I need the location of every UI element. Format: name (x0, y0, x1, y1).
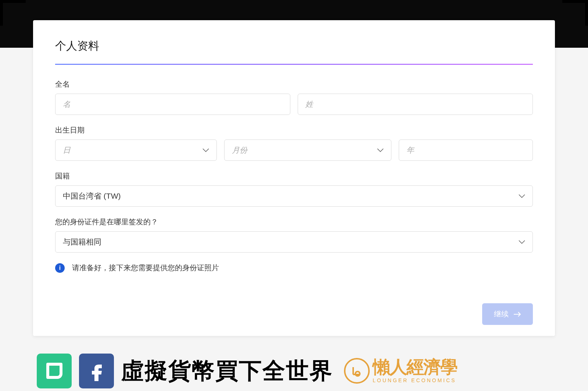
chevron-down-icon (202, 148, 209, 152)
first-name-input[interactable] (55, 94, 290, 115)
dob-label: 出生日期 (55, 125, 533, 135)
page-wrap: 个人资料 全名 出生日期 日 月份 (33, 0, 555, 391)
bottom-banner: 虛擬貨幣買下全世界 懶人經濟學 LOUNGER ECONOMICS (37, 351, 577, 391)
arrow-right-icon (514, 312, 521, 317)
personal-info-card: 个人资料 全名 出生日期 日 月份 (33, 20, 555, 336)
gradient-divider (55, 64, 533, 65)
app-logo-icon (37, 354, 72, 388)
month-select[interactable]: 月份 (224, 140, 391, 161)
id-issue-label: 您的身份证件是在哪里签发的？ (55, 217, 533, 227)
chevron-down-icon (377, 148, 384, 152)
nationality-label: 国籍 (55, 171, 533, 181)
banner-main-text: 虛擬貨幣買下全世界 (121, 355, 333, 386)
lounger-cn-text: 懶人經濟學 (373, 358, 457, 376)
lounger-en-text: LOUNGER ECONOMICS (373, 377, 457, 383)
card-title: 个人资料 (55, 39, 533, 54)
last-name-input[interactable] (298, 94, 533, 115)
lounger-circle-icon (344, 358, 370, 384)
lounger-logo-block: 懶人經濟學 LOUNGER ECONOMICS (344, 358, 457, 384)
continue-label: 继续 (494, 309, 509, 319)
year-input[interactable] (399, 140, 533, 161)
info-row: i 请准备好，接下来您需要提供您的身份证照片 (55, 263, 533, 273)
continue-button[interactable]: 继续 (482, 303, 533, 325)
day-select[interactable]: 日 (55, 140, 217, 161)
info-text: 请准备好，接下来您需要提供您的身份证照片 (72, 263, 219, 273)
info-icon: i (55, 263, 65, 273)
nationality-value: 中国台湾省 (TW) (63, 191, 121, 201)
day-select-text: 日 (63, 145, 71, 155)
full-name-label: 全名 (55, 79, 533, 89)
month-select-text: 月份 (232, 145, 247, 155)
nationality-select[interactable]: 中国台湾省 (TW) (55, 185, 533, 207)
chevron-down-icon (519, 194, 525, 198)
facebook-icon (79, 354, 114, 388)
chevron-down-icon (519, 240, 525, 244)
id-issue-value: 与国籍相同 (63, 237, 101, 247)
id-issue-select[interactable]: 与国籍相同 (55, 231, 533, 253)
